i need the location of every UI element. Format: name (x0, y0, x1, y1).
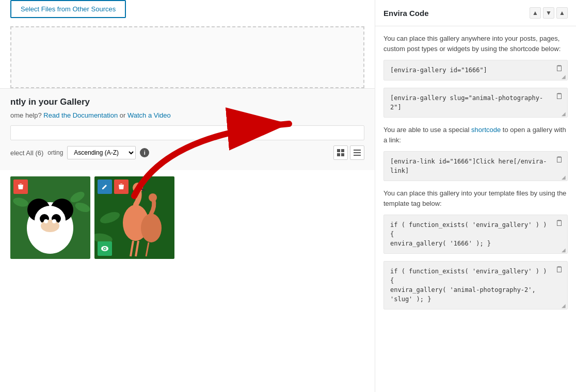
code-block-4: if ( function_exists( 'envira_gallery' )… (383, 215, 568, 254)
panel-up-button[interactable]: ▲ (530, 7, 541, 19)
svg-rect-1 (341, 149, 344, 152)
svg-rect-4 (354, 150, 361, 151)
delete-flamingo-button[interactable] (114, 179, 129, 194)
panel-header: Envira Code ▲ ▼ ▲ (375, 0, 576, 26)
svg-rect-3 (341, 153, 344, 156)
video-link[interactable]: Watch a Video (127, 111, 171, 119)
panel-collapse-button[interactable]: ▲ (556, 7, 568, 19)
code-block-1-wrapper: [envira-gallery id="1666"] 🗒 ◢ (383, 60, 568, 80)
copy-icon-2[interactable]: 🗒 (555, 92, 564, 101)
svg-rect-6 (354, 155, 361, 156)
svg-point-14 (41, 220, 59, 232)
select-files-button[interactable]: Select Files from Other Sources (10, 0, 126, 18)
flamingo-bottom-icon (98, 241, 112, 256)
desc2: You are able to use a special shortcode … (383, 125, 568, 145)
code-block-3-wrapper: [envira-link id="1666"]Click here[/envir… (383, 151, 568, 181)
info-icon[interactable]: i (140, 148, 149, 157)
resize-handle-3: ◢ (562, 174, 566, 180)
panel-controls: ▲ ▼ ▲ (530, 7, 568, 19)
panel-down-button[interactable]: ▼ (543, 7, 554, 19)
shortcode-link[interactable]: shortcode (471, 126, 501, 134)
svg-rect-0 (337, 149, 340, 152)
top-section: Select Files from Other Sources (0, 0, 375, 26)
doc-link[interactable]: Read the Documentation (43, 111, 118, 119)
panda-overlay-icons (13, 179, 28, 194)
code-block-2-wrapper: [envira-gallery slug="animal-photography… (383, 88, 568, 118)
code-block-1: [envira-gallery id="1666"] (383, 60, 568, 80)
images-grid (0, 170, 375, 265)
sort-label: orting (47, 149, 63, 156)
edit-flamingo-button[interactable] (98, 179, 112, 194)
code-block-5: if ( function_exists( 'envira_gallery' )… (383, 261, 568, 309)
list-view-button[interactable] (350, 145, 364, 160)
copy-icon-1[interactable]: 🗒 (555, 64, 564, 73)
drop-zone (10, 26, 364, 88)
view-icons (333, 145, 364, 160)
copy-icon-5[interactable]: 🗒 (555, 265, 564, 274)
code-block-2: [envira-gallery slug="animal-photography… (383, 88, 568, 118)
image-thumb-panda (10, 176, 90, 259)
code-block-5-wrapper: if ( function_exists( 'envira_gallery' )… (383, 261, 568, 309)
desc1: You can place this gallery anywhere into… (383, 34, 568, 54)
svg-rect-5 (354, 152, 361, 153)
image-thumb-flamingo (94, 176, 174, 259)
help-text: ome help? Read the Documentation or Watc… (10, 111, 364, 119)
view-flamingo-button[interactable] (98, 241, 112, 256)
gallery-section: ntly in your Gallery ome help? Read the … (0, 88, 375, 170)
panel-title: Envira Code (383, 9, 429, 18)
select-all-text: elect All (6) (10, 149, 43, 157)
svg-point-26 (149, 193, 157, 202)
svg-point-32 (104, 248, 106, 250)
gallery-title: ntly in your Gallery (10, 97, 364, 107)
left-panel: Select Files from Other Sources ntly in … (0, 0, 375, 392)
svg-point-16 (52, 219, 56, 223)
svg-rect-2 (337, 153, 340, 156)
code-block-4-wrapper: if ( function_exists( 'envira_gallery' )… (383, 215, 568, 254)
copy-icon-3[interactable]: 🗒 (555, 155, 564, 165)
right-panel: Envira Code ▲ ▼ ▲ You can place this gal… (375, 0, 576, 392)
svg-point-25 (141, 214, 162, 242)
copy-icon-4[interactable]: 🗒 (555, 219, 564, 228)
code-block-3: [envira-link id="1666"]Click here[/envir… (383, 151, 568, 181)
delete-panda-button[interactable] (13, 179, 28, 194)
flamingo-overlay-icons (98, 179, 129, 194)
resize-handle-1: ◢ (562, 74, 566, 79)
desc3: You can place this gallery into your tem… (383, 188, 568, 208)
resize-handle-2: ◢ (562, 111, 566, 117)
grid-view-button[interactable] (333, 145, 348, 160)
search-input[interactable] (10, 125, 364, 140)
panel-content: You can place this gallery anywhere into… (375, 26, 576, 392)
svg-point-15 (44, 219, 48, 223)
controls-row: elect All (6) orting Ascending (A-Z) Des… (10, 145, 364, 160)
resize-handle-5: ◢ (562, 303, 566, 308)
sort-select[interactable]: Ascending (A-Z) Descending (Z-A) (67, 146, 136, 159)
resize-handle-4: ◢ (562, 247, 566, 253)
